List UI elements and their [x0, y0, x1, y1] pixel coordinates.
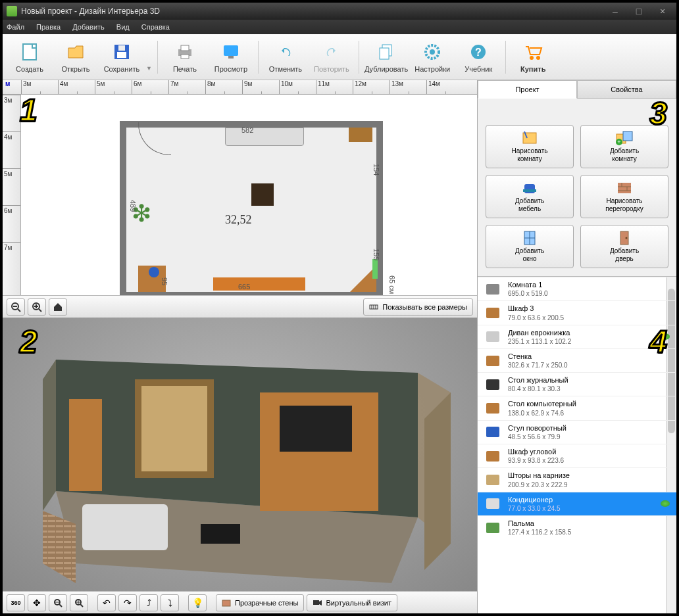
svg-rect-79	[486, 523, 499, 533]
zoom-out-button[interactable]	[7, 298, 25, 316]
duplicate-button[interactable]: Дублировать	[365, 37, 408, 77]
svg-rect-78	[486, 498, 499, 509]
room-outline[interactable]: 32,52 582 154 489 665 95 159	[120, 121, 383, 295]
callout-4: 4	[649, 323, 667, 360]
item-name: Шкаф угловой	[508, 447, 671, 456]
list-item[interactable]: Шкаф угловой93.9 x 93.8 x 223.6	[478, 444, 676, 467]
minimize-button[interactable]: –	[605, 5, 625, 17]
coffee-table[interactable]	[251, 183, 274, 206]
item-thumb	[483, 448, 503, 465]
tilt-up-button[interactable]: ⤴	[139, 594, 158, 611]
draw-partition-button[interactable]: Нарисовать перегородку	[580, 175, 668, 218]
svg-rect-2	[117, 52, 126, 58]
svg-line-47	[80, 604, 83, 607]
tilt-down-button[interactable]: ⤵	[161, 594, 179, 611]
list-item[interactable]: Диван еврокнижка235.1 x 113.1 x 102.2	[478, 325, 676, 348]
home-button[interactable]	[49, 298, 67, 316]
item-thumb	[483, 352, 503, 369]
pan-button[interactable]: ✥	[28, 594, 46, 611]
window-title: Новый проект - Дизайн Интерьера 3D	[21, 7, 160, 16]
add-furniture-button[interactable]: Добавить мебель	[486, 175, 574, 218]
light-button[interactable]: 💡	[188, 594, 207, 611]
svg-rect-10	[380, 48, 389, 59]
svg-rect-54	[623, 131, 632, 141]
item-name: Стенка	[508, 352, 671, 361]
svg-rect-8	[228, 56, 234, 59]
3d-toolbar: 360 ✥ ↶ ↷ ⤴ ⤵ 💡 Прозрачные стены Виртуал…	[3, 591, 477, 613]
svg-rect-51	[313, 600, 319, 605]
zoom-in-3d-plus-button[interactable]	[70, 594, 88, 611]
sofa-bottom[interactable]	[213, 277, 305, 291]
menu-file[interactable]: Файл	[5, 22, 26, 32]
list-item[interactable]: Стенка302.6 x 71.7 x 250.0	[478, 348, 676, 372]
tab-project[interactable]: Проект	[478, 80, 577, 99]
draw-room-button[interactable]: Нарисовать комнату	[486, 125, 574, 168]
rotate-left-button[interactable]: ↶	[97, 594, 116, 611]
transparent-walls-button[interactable]: Прозрачные стены	[216, 594, 304, 611]
redo-button[interactable]: Повторить	[310, 37, 353, 77]
list-item[interactable]: Стол компьютерный138.0 x 62.9 x 74.6	[478, 396, 676, 419]
item-name: Шкаф 3	[508, 304, 671, 313]
rotate360-button[interactable]: 360	[7, 594, 25, 611]
list-item[interactable]: Стол журнальный80.4 x 80.1 x 30.3	[478, 372, 676, 396]
add-window-button[interactable]: Добавить окно	[486, 225, 574, 268]
tutorial-button[interactable]: ?Учебник	[457, 37, 500, 77]
preview-button[interactable]: Просмотр	[209, 37, 253, 77]
print-button[interactable]: Печать	[163, 37, 207, 77]
settings-button[interactable]: Настройки	[411, 37, 454, 77]
ac-unit[interactable]	[372, 259, 378, 279]
item-thumb	[483, 376, 503, 393]
virtual-visit-button[interactable]: Виртуальный визит	[307, 594, 397, 611]
zoom-out-3d-button[interactable]	[49, 594, 67, 611]
menu-view[interactable]: Вид	[115, 22, 131, 32]
3d-view[interactable]: 360 ✥ ↶ ↷ ⤴ ⤵ 💡 Прозрачные стены Виртуал…	[3, 318, 477, 613]
callout-1: 1	[20, 92, 38, 128]
zoom-in-button[interactable]	[28, 298, 46, 316]
menu-add[interactable]: Добавить	[71, 22, 106, 32]
list-item[interactable]: Комната 1695.0 x 519.0	[478, 277, 676, 300]
svg-marker-40	[424, 392, 451, 570]
cabinet-tr[interactable]	[349, 128, 372, 142]
svg-rect-33	[141, 386, 207, 471]
close-button[interactable]: ×	[653, 5, 672, 17]
list-item[interactable]: Кондиционер77.0 x 33.0 x 24.5	[478, 492, 676, 515]
svg-rect-38	[69, 399, 102, 491]
item-thumb	[483, 304, 503, 321]
item-name: Диван еврокнижка	[508, 328, 671, 337]
save-button[interactable]: Сохранить	[100, 37, 143, 77]
item-dims: 235.1 x 113.1 x 102.2	[508, 337, 671, 346]
undo-button[interactable]: Отменить	[264, 37, 307, 77]
open-button[interactable]: Открыть	[54, 37, 97, 77]
visibility-icon[interactable]	[661, 500, 670, 507]
buy-button[interactable]: Купить	[511, 37, 555, 77]
list-item[interactable]: Стул поворотный48.5 x 56.6 x 79.9	[478, 420, 676, 444]
rotate-right-button[interactable]: ↷	[118, 594, 137, 611]
item-dims: 80.4 x 80.1 x 30.3	[508, 385, 671, 393]
svg-rect-6	[181, 55, 189, 59]
floor-plan-view[interactable]: м 3м4м5м6м7м8м9м10м11м12м13м14м 3м4м5м6м…	[3, 80, 477, 318]
item-dims: 77.0 x 33.0 x 24.5	[508, 504, 671, 513]
item-dims: 79.0 x 63.6 x 200.5	[508, 314, 671, 322]
item-dims: 48.5 x 56.6 x 79.9	[508, 433, 671, 441]
maximize-button[interactable]: □	[629, 5, 649, 17]
plan-canvas[interactable]: 32,52 582 154 489 665 95 159 347 см 65 с…	[21, 95, 477, 295]
svg-rect-75	[486, 427, 499, 437]
svg-point-16	[536, 56, 540, 60]
show-dims-button[interactable]: Показывать все размеры	[363, 298, 473, 316]
svg-line-21	[39, 309, 41, 312]
scene-object-list[interactable]: Комната 1695.0 x 519.0 Шкаф 379.0 x 63.6…	[478, 277, 676, 613]
item-thumb	[483, 519, 503, 536]
list-item[interactable]: Пальма127.4 x 116.2 x 158.5	[478, 515, 676, 539]
chair[interactable]	[149, 267, 159, 277]
add-door-button[interactable]: Добавить дверь	[580, 225, 668, 268]
menu-edit[interactable]: Правка	[35, 22, 62, 32]
list-item[interactable]: Шторы на карнизе200.9 x 20.3 x 222.9	[478, 467, 676, 491]
item-name: Пальма	[508, 519, 671, 528]
tool-panel: Нарисовать комнату +Добавить комнату Доб…	[478, 99, 676, 277]
3d-canvas[interactable]	[3, 318, 477, 591]
create-button[interactable]: Создать	[8, 37, 51, 77]
list-item[interactable]: Шкаф 379.0 x 63.6 x 200.5	[478, 300, 676, 324]
plan-toolbar: Показывать все размеры	[3, 295, 477, 318]
sofa-top[interactable]	[225, 128, 304, 146]
menu-help[interactable]: Справка	[140, 22, 171, 32]
